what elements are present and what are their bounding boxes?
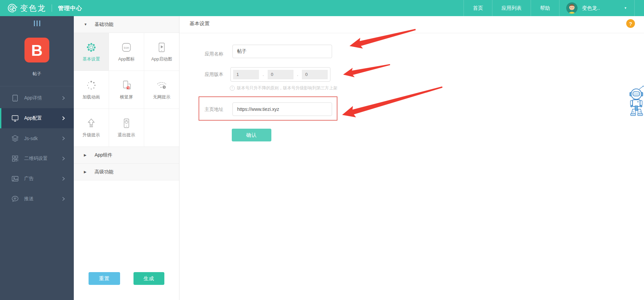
grid-item-label: App启动图: [151, 56, 172, 62]
avatar: [566, 2, 578, 14]
grid-item-splash-screen[interactable]: App启动图: [144, 33, 179, 71]
help-icon[interactable]: ?: [626, 19, 635, 28]
grid-item-app-icon[interactable]: icon App图标: [109, 33, 144, 71]
sidebar-item-label: App详情: [24, 95, 61, 101]
section-label: 高级功能: [95, 169, 113, 175]
confirm-button[interactable]: 确认: [232, 129, 271, 141]
grid-item-label: 横竖屏: [120, 94, 133, 100]
nav-help[interactable]: 帮助: [531, 0, 559, 16]
homepage-input[interactable]: [232, 102, 332, 116]
app-detail-icon: [11, 94, 19, 102]
sidebar-item-app-detail[interactable]: App详情: [0, 88, 74, 108]
version-major-input[interactable]: [233, 70, 259, 79]
sidebar-item-push[interactable]: 推送: [0, 189, 74, 209]
sidebar-menu: App详情 App配置 Js-sdk: [0, 88, 74, 209]
page: 变色龙 管理中心 首页 应用列表 帮助: [0, 0, 644, 300]
chevron-right-icon: [61, 197, 66, 201]
upgrade-arrow-icon: [86, 118, 97, 129]
topbar: 变色龙 管理中心 首页 应用列表 帮助: [0, 0, 644, 16]
basic-functions-grid: 基本设置 icon App图标 App启动图: [74, 33, 179, 147]
page-title: 基本设置: [190, 20, 210, 27]
section-app-components[interactable]: ▶ App组件: [74, 147, 179, 164]
grid-item-label: 升级提示: [83, 132, 100, 138]
version-field-label: 应用版本: [205, 67, 223, 82]
collapse-menu-icon[interactable]: [0, 16, 74, 30]
topbar-divider: [52, 4, 52, 12]
exit-power-icon: [121, 118, 132, 129]
main-content: 基本设置 应用名称 应用版本 . . ! 版本号只升不降的原则，版本号升级影响到…: [179, 16, 644, 300]
brand-name: 变色龙: [20, 3, 46, 13]
chevron-right-icon: [61, 176, 66, 181]
nav-app-list[interactable]: 应用列表: [492, 0, 531, 16]
caret-down-icon: ▼: [624, 6, 627, 10]
chevron-right-icon: [61, 136, 66, 141]
topbar-end-spacer: [635, 0, 644, 16]
chat-bubble-icon: [11, 195, 19, 203]
sidebar-divider: [0, 86, 74, 86]
chevron-right-icon: [61, 156, 66, 161]
sidebar-item-label: 广告: [24, 176, 61, 182]
config-sidebar: ▼ 基础功能 基本设置 icon: [74, 16, 179, 300]
version-input-group: . .: [230, 67, 330, 82]
splash-screen-icon: [156, 42, 167, 53]
title-divider: [179, 33, 644, 33]
grid-item-label: App图标: [118, 56, 135, 62]
sidebar-item-jssdk[interactable]: Js-sdk: [0, 128, 74, 148]
app-sidebar: B 帖子 App详情 App配置: [0, 16, 74, 300]
version-hint: ! 版本号只升不降的原则，版本号升级影响到第三方上架: [230, 85, 337, 91]
sidebar-actions: 重置 生成: [74, 272, 179, 285]
sidebar-item-label: App配置: [24, 115, 61, 121]
generate-button[interactable]: 生成: [133, 272, 164, 285]
chameleon-logo-icon: [7, 3, 17, 13]
app-name-label: 帖子: [0, 71, 74, 77]
user-menu[interactable]: 变色龙.. ▼: [559, 0, 635, 16]
app-name-field-label: 应用名称: [205, 47, 223, 60]
version-hint-text: 版本号只升不降的原则，版本号升级影响到第三方上架: [237, 85, 337, 91]
sidebar-item-app-config[interactable]: App配置: [0, 108, 74, 128]
grid-item-label: 加载动画: [83, 94, 100, 100]
grid-item-basic-settings[interactable]: 基本设置: [74, 33, 109, 71]
section-label: 基础功能: [95, 22, 113, 28]
version-minor-input[interactable]: [268, 70, 293, 79]
orientation-icon: [121, 80, 132, 91]
gear-icon: [86, 42, 97, 53]
grid-item-upgrade-prompt[interactable]: 升级提示: [74, 109, 109, 147]
app-icon-box-icon: icon: [121, 42, 132, 53]
chevron-right-icon: [61, 116, 66, 121]
grid-item-label: 基本设置: [83, 56, 100, 62]
nav-home-label: 首页: [473, 5, 483, 11]
grid-item-orientation[interactable]: 横竖屏: [109, 71, 144, 109]
reset-button[interactable]: 重置: [89, 272, 120, 285]
section-advanced-functions[interactable]: ▶ 高级功能: [74, 164, 179, 180]
astronaut-mascot[interactable]: [629, 84, 644, 117]
grid-item-loading-animation[interactable]: 加载动画: [74, 71, 109, 109]
topbar-section-title: 管理中心: [58, 4, 82, 12]
sidebar-item-label: 二维码设置: [24, 156, 61, 162]
grid-item-exit-prompt[interactable]: 退出提示: [109, 109, 144, 147]
grid-item-empty: [144, 109, 179, 147]
image-icon: [11, 175, 19, 183]
version-patch-input[interactable]: [302, 70, 328, 79]
sidebar-item-label: 推送: [24, 196, 61, 202]
app-name-input[interactable]: [232, 45, 332, 58]
app-badge-letter: B: [31, 41, 43, 59]
app-badge[interactable]: B: [24, 38, 49, 62]
layers-icon: [11, 134, 19, 142]
nav-help-label: 帮助: [540, 5, 550, 11]
grid-item-label: 退出提示: [118, 132, 135, 138]
homepage-field-label: 主页地址: [205, 102, 223, 116]
sidebar-item-qrcode[interactable]: 二维码设置: [0, 148, 74, 169]
topbar-brand-group: 变色龙 管理中心: [0, 3, 82, 13]
nav-home[interactable]: 首页: [464, 0, 492, 16]
grid-item-label: 无网提示: [153, 94, 170, 100]
app-config-icon: [11, 114, 19, 122]
grid-item-no-network[interactable]: 无网提示: [144, 71, 179, 109]
version-dot: .: [259, 72, 268, 77]
version-dot: .: [293, 72, 302, 77]
svg-text:icon: icon: [124, 46, 129, 49]
section-label: App组件: [95, 152, 112, 158]
section-basic-functions[interactable]: ▼ 基础功能: [74, 16, 179, 33]
sidebar-item-ads[interactable]: 广告: [0, 169, 74, 189]
topbar-nav: 首页 应用列表 帮助: [464, 0, 644, 16]
sidebar-item-label: Js-sdk: [24, 136, 61, 141]
